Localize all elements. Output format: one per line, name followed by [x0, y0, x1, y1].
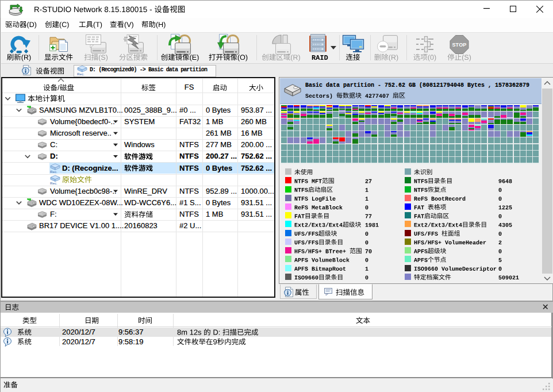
svg-text:Rec.: Rec. [77, 72, 85, 76]
svg-text:Rec.: Rec. [50, 181, 57, 185]
svg-text:Rec.: Rec. [50, 170, 57, 174]
svg-text:STOP: STOP [452, 42, 466, 48]
